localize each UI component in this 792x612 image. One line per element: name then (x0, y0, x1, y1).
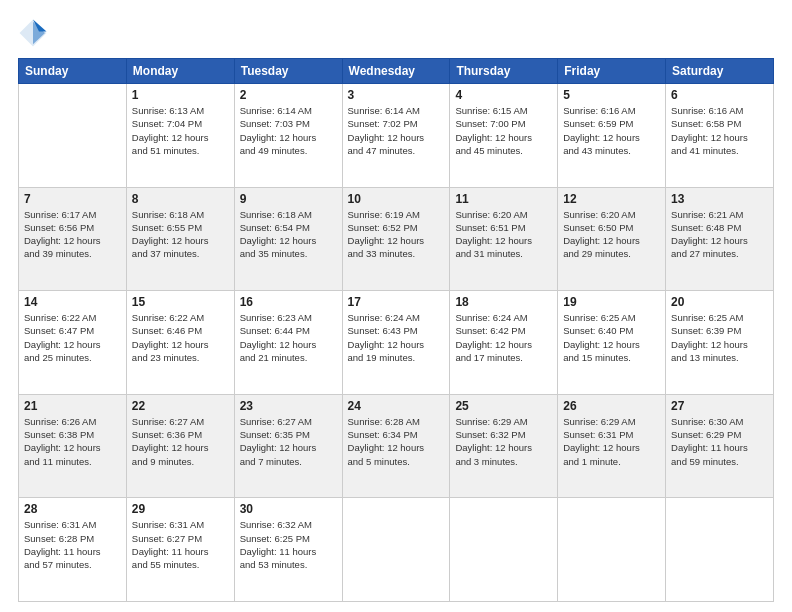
day-info: Sunrise: 6:31 AM Sunset: 6:28 PM Dayligh… (24, 518, 121, 571)
day-number: 9 (240, 192, 337, 206)
day-info: Sunrise: 6:23 AM Sunset: 6:44 PM Dayligh… (240, 311, 337, 364)
day-number: 30 (240, 502, 337, 516)
page: SundayMondayTuesdayWednesdayThursdayFrid… (0, 0, 792, 612)
day-number: 12 (563, 192, 660, 206)
day-number: 6 (671, 88, 768, 102)
calendar-cell: 6Sunrise: 6:16 AM Sunset: 6:58 PM Daylig… (666, 84, 774, 188)
day-number: 18 (455, 295, 552, 309)
day-number: 25 (455, 399, 552, 413)
day-info: Sunrise: 6:20 AM Sunset: 6:50 PM Dayligh… (563, 208, 660, 261)
calendar-cell: 10Sunrise: 6:19 AM Sunset: 6:52 PM Dayli… (342, 187, 450, 291)
day-info: Sunrise: 6:27 AM Sunset: 6:36 PM Dayligh… (132, 415, 229, 468)
weekday-header-monday: Monday (126, 59, 234, 84)
day-number: 15 (132, 295, 229, 309)
day-number: 27 (671, 399, 768, 413)
day-info: Sunrise: 6:14 AM Sunset: 7:02 PM Dayligh… (348, 104, 445, 157)
weekday-header-row: SundayMondayTuesdayWednesdayThursdayFrid… (19, 59, 774, 84)
calendar-week-row: 1Sunrise: 6:13 AM Sunset: 7:04 PM Daylig… (19, 84, 774, 188)
day-number: 26 (563, 399, 660, 413)
day-number: 21 (24, 399, 121, 413)
calendar-table: SundayMondayTuesdayWednesdayThursdayFrid… (18, 58, 774, 602)
day-info: Sunrise: 6:28 AM Sunset: 6:34 PM Dayligh… (348, 415, 445, 468)
day-number: 5 (563, 88, 660, 102)
calendar-week-row: 14Sunrise: 6:22 AM Sunset: 6:47 PM Dayli… (19, 291, 774, 395)
weekday-header-wednesday: Wednesday (342, 59, 450, 84)
calendar-cell: 22Sunrise: 6:27 AM Sunset: 6:36 PM Dayli… (126, 394, 234, 498)
day-number: 7 (24, 192, 121, 206)
header (18, 18, 774, 48)
day-number: 23 (240, 399, 337, 413)
calendar-cell: 24Sunrise: 6:28 AM Sunset: 6:34 PM Dayli… (342, 394, 450, 498)
day-number: 28 (24, 502, 121, 516)
day-info: Sunrise: 6:32 AM Sunset: 6:25 PM Dayligh… (240, 518, 337, 571)
calendar-cell: 3Sunrise: 6:14 AM Sunset: 7:02 PM Daylig… (342, 84, 450, 188)
calendar-week-row: 7Sunrise: 6:17 AM Sunset: 6:56 PM Daylig… (19, 187, 774, 291)
day-number: 19 (563, 295, 660, 309)
calendar-cell: 1Sunrise: 6:13 AM Sunset: 7:04 PM Daylig… (126, 84, 234, 188)
calendar-week-row: 28Sunrise: 6:31 AM Sunset: 6:28 PM Dayli… (19, 498, 774, 602)
weekday-header-saturday: Saturday (666, 59, 774, 84)
day-info: Sunrise: 6:29 AM Sunset: 6:32 PM Dayligh… (455, 415, 552, 468)
calendar-cell: 4Sunrise: 6:15 AM Sunset: 7:00 PM Daylig… (450, 84, 558, 188)
day-info: Sunrise: 6:25 AM Sunset: 6:39 PM Dayligh… (671, 311, 768, 364)
day-number: 22 (132, 399, 229, 413)
day-info: Sunrise: 6:27 AM Sunset: 6:35 PM Dayligh… (240, 415, 337, 468)
calendar-cell (666, 498, 774, 602)
day-info: Sunrise: 6:14 AM Sunset: 7:03 PM Dayligh… (240, 104, 337, 157)
day-info: Sunrise: 6:13 AM Sunset: 7:04 PM Dayligh… (132, 104, 229, 157)
day-info: Sunrise: 6:20 AM Sunset: 6:51 PM Dayligh… (455, 208, 552, 261)
calendar-cell: 7Sunrise: 6:17 AM Sunset: 6:56 PM Daylig… (19, 187, 127, 291)
day-info: Sunrise: 6:22 AM Sunset: 6:46 PM Dayligh… (132, 311, 229, 364)
calendar-cell: 26Sunrise: 6:29 AM Sunset: 6:31 PM Dayli… (558, 394, 666, 498)
calendar-cell (342, 498, 450, 602)
logo (18, 18, 52, 48)
calendar-cell: 14Sunrise: 6:22 AM Sunset: 6:47 PM Dayli… (19, 291, 127, 395)
calendar-cell: 21Sunrise: 6:26 AM Sunset: 6:38 PM Dayli… (19, 394, 127, 498)
calendar-cell: 18Sunrise: 6:24 AM Sunset: 6:42 PM Dayli… (450, 291, 558, 395)
calendar-cell: 8Sunrise: 6:18 AM Sunset: 6:55 PM Daylig… (126, 187, 234, 291)
calendar-cell: 27Sunrise: 6:30 AM Sunset: 6:29 PM Dayli… (666, 394, 774, 498)
day-info: Sunrise: 6:21 AM Sunset: 6:48 PM Dayligh… (671, 208, 768, 261)
calendar-cell: 2Sunrise: 6:14 AM Sunset: 7:03 PM Daylig… (234, 84, 342, 188)
day-number: 1 (132, 88, 229, 102)
calendar-cell: 5Sunrise: 6:16 AM Sunset: 6:59 PM Daylig… (558, 84, 666, 188)
weekday-header-sunday: Sunday (19, 59, 127, 84)
calendar-cell: 23Sunrise: 6:27 AM Sunset: 6:35 PM Dayli… (234, 394, 342, 498)
day-info: Sunrise: 6:24 AM Sunset: 6:43 PM Dayligh… (348, 311, 445, 364)
calendar-cell: 11Sunrise: 6:20 AM Sunset: 6:51 PM Dayli… (450, 187, 558, 291)
day-number: 14 (24, 295, 121, 309)
calendar-cell (19, 84, 127, 188)
calendar-cell (558, 498, 666, 602)
day-info: Sunrise: 6:29 AM Sunset: 6:31 PM Dayligh… (563, 415, 660, 468)
day-number: 2 (240, 88, 337, 102)
logo-icon (18, 18, 48, 48)
day-info: Sunrise: 6:16 AM Sunset: 6:59 PM Dayligh… (563, 104, 660, 157)
day-info: Sunrise: 6:16 AM Sunset: 6:58 PM Dayligh… (671, 104, 768, 157)
day-number: 3 (348, 88, 445, 102)
day-info: Sunrise: 6:30 AM Sunset: 6:29 PM Dayligh… (671, 415, 768, 468)
day-number: 29 (132, 502, 229, 516)
day-number: 24 (348, 399, 445, 413)
calendar-cell: 20Sunrise: 6:25 AM Sunset: 6:39 PM Dayli… (666, 291, 774, 395)
calendar-cell: 12Sunrise: 6:20 AM Sunset: 6:50 PM Dayli… (558, 187, 666, 291)
day-info: Sunrise: 6:17 AM Sunset: 6:56 PM Dayligh… (24, 208, 121, 261)
day-info: Sunrise: 6:19 AM Sunset: 6:52 PM Dayligh… (348, 208, 445, 261)
weekday-header-thursday: Thursday (450, 59, 558, 84)
day-info: Sunrise: 6:18 AM Sunset: 6:54 PM Dayligh… (240, 208, 337, 261)
calendar-cell: 15Sunrise: 6:22 AM Sunset: 6:46 PM Dayli… (126, 291, 234, 395)
day-number: 11 (455, 192, 552, 206)
day-number: 16 (240, 295, 337, 309)
day-number: 13 (671, 192, 768, 206)
calendar-cell: 17Sunrise: 6:24 AM Sunset: 6:43 PM Dayli… (342, 291, 450, 395)
calendar-cell: 16Sunrise: 6:23 AM Sunset: 6:44 PM Dayli… (234, 291, 342, 395)
day-number: 10 (348, 192, 445, 206)
day-number: 8 (132, 192, 229, 206)
calendar-cell: 9Sunrise: 6:18 AM Sunset: 6:54 PM Daylig… (234, 187, 342, 291)
weekday-header-tuesday: Tuesday (234, 59, 342, 84)
calendar-cell: 29Sunrise: 6:31 AM Sunset: 6:27 PM Dayli… (126, 498, 234, 602)
day-info: Sunrise: 6:22 AM Sunset: 6:47 PM Dayligh… (24, 311, 121, 364)
calendar-week-row: 21Sunrise: 6:26 AM Sunset: 6:38 PM Dayli… (19, 394, 774, 498)
day-info: Sunrise: 6:25 AM Sunset: 6:40 PM Dayligh… (563, 311, 660, 364)
day-number: 20 (671, 295, 768, 309)
calendar-cell: 19Sunrise: 6:25 AM Sunset: 6:40 PM Dayli… (558, 291, 666, 395)
